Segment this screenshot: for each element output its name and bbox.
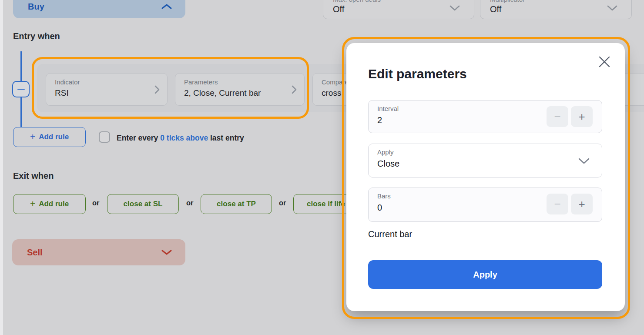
parameters-card-label: Parameters xyxy=(184,78,287,86)
exit-add-rule-button[interactable]: + Add rule xyxy=(13,194,86,214)
chevron-right-icon xyxy=(291,85,297,94)
enter-every-text: Enter every 0 ticks above last entry xyxy=(117,133,244,143)
apply-select-field[interactable]: Apply Close xyxy=(368,144,602,178)
close-icon[interactable] xyxy=(596,54,613,70)
bars-field[interactable]: Bars 0 − + xyxy=(368,188,602,222)
indicator-card[interactable]: Indicator RSI xyxy=(46,73,168,106)
current-bar-note: Current bar xyxy=(368,229,412,239)
apply-button-label: Apply xyxy=(473,270,497,280)
remove-rule-button[interactable] xyxy=(12,81,30,97)
plus-icon: + xyxy=(578,198,585,211)
chevron-down-icon xyxy=(606,5,618,12)
close-at-tp-label: close at TP xyxy=(217,200,256,208)
indicator-card-label: Indicator xyxy=(55,78,150,86)
buy-section-header[interactable]: Buy xyxy=(13,0,185,18)
or-separator: or xyxy=(186,199,194,207)
bars-increment-button[interactable]: + xyxy=(571,194,593,214)
apply-value: Close xyxy=(377,158,593,170)
max-open-deals-label: Max. open deals xyxy=(333,0,465,3)
multiplicator-value: Off xyxy=(490,3,623,15)
buy-section-label: Buy xyxy=(28,2,44,12)
chevron-right-icon xyxy=(154,85,160,94)
entry-when-heading: Entry when xyxy=(13,31,60,41)
apply-button[interactable]: Apply xyxy=(368,260,602,289)
ticks-above-link[interactable]: 0 ticks above xyxy=(160,134,208,142)
max-open-deals-select[interactable]: Max. open deals Off xyxy=(323,0,474,19)
exit-add-rule-label: Add rule xyxy=(39,200,69,208)
chevron-down-icon xyxy=(577,157,590,165)
close-if-life-label: close if life xyxy=(307,200,345,208)
plus-icon: + xyxy=(30,198,35,209)
parameters-card[interactable]: Parameters 2, Close, Current bar xyxy=(175,73,305,106)
chevron-up-icon xyxy=(161,3,172,10)
enter-every-checkbox[interactable] xyxy=(99,131,110,143)
close-at-sl-button[interactable]: close at SL xyxy=(107,194,179,214)
minus-icon: − xyxy=(554,110,560,124)
minus-icon xyxy=(17,89,25,90)
exit-when-heading: Exit when xyxy=(13,171,54,181)
minus-icon: − xyxy=(554,198,560,211)
page-edge-strip xyxy=(0,0,3,335)
entry-add-rule-label: Add rule xyxy=(39,133,69,141)
sell-section-header[interactable]: Sell xyxy=(12,239,185,265)
indicator-card-value: RSI xyxy=(55,87,150,99)
plus-icon: + xyxy=(578,110,585,124)
sell-section-label: Sell xyxy=(27,248,43,258)
apply-label: Apply xyxy=(377,148,593,156)
dialog-title: Edit parameters xyxy=(368,67,467,81)
bars-decrement-button[interactable]: − xyxy=(547,194,568,214)
interval-increment-button[interactable]: + xyxy=(571,106,593,127)
enter-every-prefix: Enter every xyxy=(117,134,160,142)
entry-add-rule-button[interactable]: + Add rule xyxy=(13,127,86,147)
max-open-deals-value: Off xyxy=(333,3,465,15)
or-separator: or xyxy=(279,199,286,207)
multiplicator-select[interactable]: Multiplicator Off xyxy=(480,0,632,19)
chevron-down-icon xyxy=(449,5,461,12)
or-separator: or xyxy=(92,199,100,207)
interval-field[interactable]: Interval 2 − + xyxy=(368,100,602,133)
close-at-sl-label: close at SL xyxy=(124,200,163,208)
multiplicator-label: Multiplicator xyxy=(490,0,623,3)
parameters-card-value: 2, Close, Current bar xyxy=(184,87,287,99)
interval-decrement-button[interactable]: − xyxy=(547,106,568,127)
close-at-tp-button[interactable]: close at TP xyxy=(201,194,272,214)
plus-icon: + xyxy=(30,131,35,142)
enter-every-suffix: last entry xyxy=(208,134,244,142)
chevron-down-icon xyxy=(161,249,172,256)
